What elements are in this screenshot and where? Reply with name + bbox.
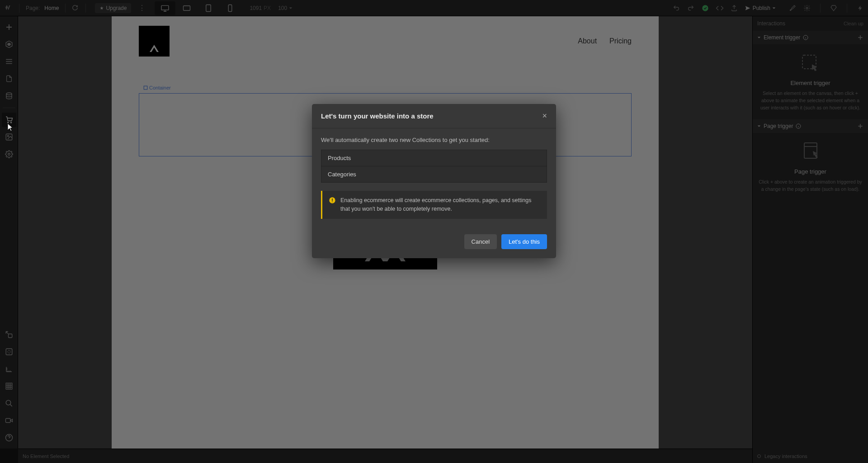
modal-footer: Cancel Let's do this [312,227,556,258]
warning-box: Enabling ecommerce will create ecommerce… [321,191,547,219]
modal-header: Let's turn your website into a store × [312,104,556,128]
modal-title: Let's turn your website into a store [321,112,434,120]
modal-intro: We'll automatically create two new Colle… [321,137,547,143]
modal-body: We'll automatically create two new Colle… [312,128,556,227]
cursor-icon [7,123,14,132]
collection-item-products: Products [321,150,547,166]
modal-overlay[interactable]: Let's turn your website into a store × W… [0,0,868,463]
ecommerce-setup-modal: Let's turn your website into a store × W… [312,104,556,258]
warning-text: Enabling ecommerce will create ecommerce… [340,196,541,213]
collection-item-categories: Categories [321,166,547,183]
confirm-button[interactable]: Let's do this [501,234,547,249]
close-icon[interactable]: × [542,111,547,121]
warning-icon [329,197,336,213]
cancel-button[interactable]: Cancel [464,234,497,249]
